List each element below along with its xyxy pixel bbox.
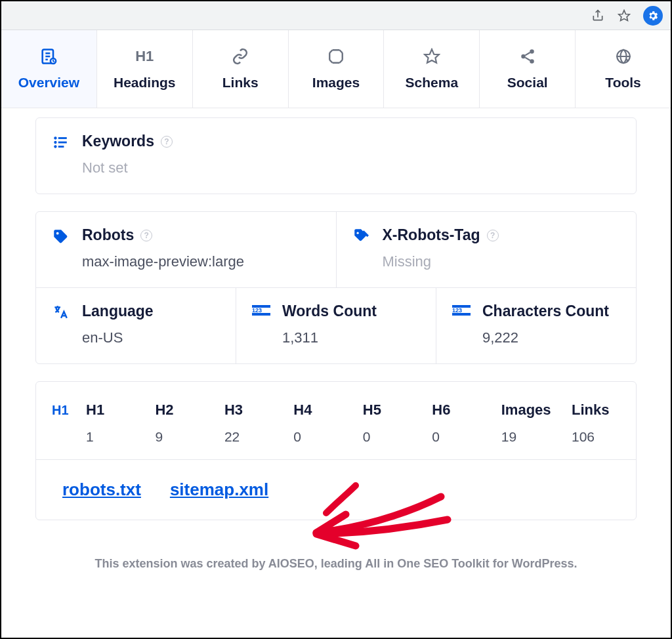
tab-links[interactable]: Links [193, 30, 289, 108]
svg-point-8 [54, 136, 56, 139]
xrobots-value: Missing [383, 253, 621, 270]
chars-title: Characters Count [482, 302, 609, 320]
words-title: Words Count [282, 302, 377, 320]
keywords-title: Keywords [82, 133, 154, 150]
keywords-card: Keywords ? Not set [35, 117, 637, 194]
count-h1: H1 1 [86, 402, 135, 445]
language-icon [52, 304, 70, 322]
chars-icon: 123 [452, 304, 471, 322]
robots-value: max-image-preview:large [82, 253, 320, 270]
svg-point-12 [356, 232, 358, 234]
social-icon [518, 47, 537, 66]
svg-marker-3 [425, 49, 439, 63]
svg-point-6 [530, 59, 534, 64]
count-h4: H4 0 [293, 402, 342, 445]
content-area: Keywords ? Not set Robots ? ma [1, 108, 671, 590]
counts-card: H1 H1 1 H2 9 H3 22 H4 0 [35, 381, 637, 520]
language-title: Language [82, 302, 154, 320]
tab-label: Links [222, 75, 259, 91]
svg-text:123: 123 [252, 307, 262, 314]
tab-label: Tools [605, 75, 640, 91]
tags-icon [352, 228, 371, 246]
svg-point-11 [56, 232, 59, 235]
count-links: Links 106 [572, 402, 620, 445]
share-icon[interactable] [591, 9, 605, 23]
help-icon[interactable]: ? [161, 136, 173, 148]
link-icon [231, 47, 249, 66]
browser-toolbar [1, 1, 671, 30]
meta-card: Robots ? max-image-preview:large X-Robot… [35, 211, 637, 364]
heading-icon: H1 [52, 403, 72, 418]
tab-label: Schema [406, 75, 459, 91]
tab-images[interactable]: Images [289, 30, 385, 108]
svg-point-5 [521, 54, 526, 59]
overview-icon [39, 47, 58, 66]
tab-label: Social [507, 75, 548, 91]
count-h3: H3 22 [224, 402, 273, 445]
keywords-icon [52, 134, 70, 152]
sitemap-xml-link[interactable]: sitemap.xml [170, 480, 268, 500]
tools-icon [614, 47, 633, 66]
svg-point-9 [54, 141, 56, 144]
help-icon[interactable]: ? [487, 230, 499, 241]
tab-label: Headings [114, 75, 176, 91]
xrobots-title: X-Robots-Tag [383, 226, 480, 244]
schema-icon [423, 47, 441, 66]
count-h6: H6 0 [432, 402, 480, 445]
tab-label: Images [312, 75, 360, 91]
quick-links: robots.txt sitemap.xml [36, 460, 636, 520]
svg-point-4 [530, 49, 534, 54]
words-icon: 123 [252, 304, 270, 322]
count-h2: H2 9 [155, 402, 203, 445]
tab-schema[interactable]: Schema [384, 30, 480, 108]
words-value: 1,311 [282, 329, 420, 346]
tab-bar: Overview H1 Headings Links Images Schema… [1, 30, 671, 108]
count-h5: H5 0 [363, 402, 411, 445]
headings-icon: H1 [135, 47, 154, 66]
keywords-value: Not set [82, 159, 620, 176]
tab-overview[interactable]: Overview [1, 30, 97, 108]
svg-marker-0 [619, 10, 630, 20]
svg-point-10 [54, 145, 56, 148]
language-value: en-US [82, 329, 220, 346]
tab-headings[interactable]: H1 Headings [97, 30, 193, 108]
robots-txt-link[interactable]: robots.txt [62, 480, 141, 500]
tab-social[interactable]: Social [480, 30, 576, 108]
tab-tools[interactable]: Tools [576, 30, 671, 108]
chars-value: 9,222 [482, 329, 620, 346]
star-icon[interactable] [617, 9, 631, 23]
extension-gear-icon[interactable] [643, 6, 663, 26]
footer-text: This extension was created by AIOSEO, le… [35, 537, 637, 590]
svg-text:123: 123 [452, 307, 462, 314]
count-images: Images 19 [501, 402, 551, 445]
tab-label: Overview [18, 75, 79, 91]
image-icon [327, 47, 345, 66]
help-icon[interactable]: ? [140, 230, 152, 241]
tag-icon [52, 228, 70, 246]
robots-title: Robots [82, 226, 134, 244]
